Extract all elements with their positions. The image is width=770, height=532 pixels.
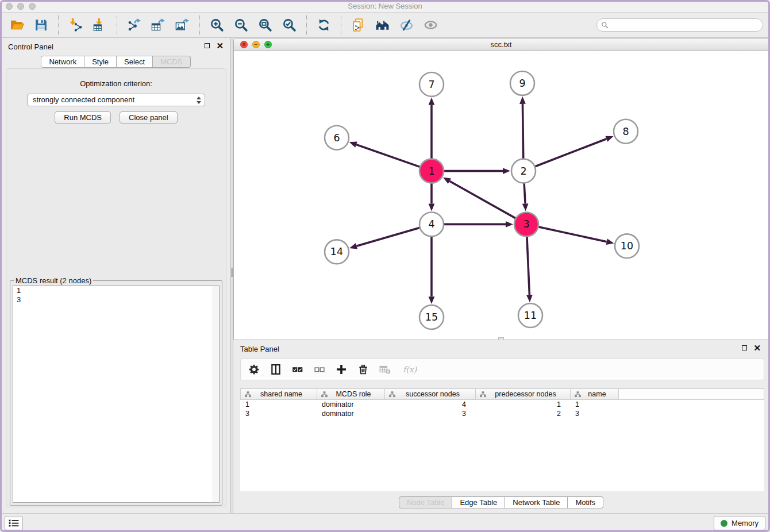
edge-arrowhead	[349, 142, 357, 148]
tab-mcds[interactable]: MCDS	[153, 56, 190, 68]
graph-node-7[interactable]: 7	[419, 72, 444, 97]
show-panel-button[interactable]	[423, 17, 438, 33]
column-header-name[interactable]: name	[571, 389, 619, 399]
delete-column-button[interactable]	[357, 363, 369, 376]
control-panel-close-icon[interactable]: ✕	[216, 43, 224, 49]
edge-2-3[interactable]	[524, 183, 525, 204]
tab-node-table[interactable]: Node Table	[399, 496, 453, 508]
task-history-button[interactable]	[5, 516, 23, 530]
result-scrollbar[interactable]	[213, 286, 219, 502]
network-window-titlebar[interactable]: × − + scc.txt	[234, 38, 768, 51]
graph-node-8[interactable]: 8	[614, 119, 638, 144]
table-panel-float-icon[interactable]	[742, 345, 747, 350]
add-column-button[interactable]	[335, 363, 348, 376]
splitter-grip[interactable]	[231, 268, 233, 277]
table-cell[interactable]: 4	[384, 400, 475, 409]
table-row[interactable]: 3dominator323	[240, 409, 764, 418]
table-cell[interactable]: 3	[384, 409, 475, 418]
export-image-button[interactable]	[175, 17, 190, 33]
network-canvas[interactable]: 7968124314101511	[234, 51, 768, 340]
hide-panel-button[interactable]	[399, 17, 414, 33]
save-session-button[interactable]	[33, 17, 49, 33]
zoom-selected-button[interactable]	[282, 17, 297, 33]
tab-select[interactable]: Select	[117, 56, 153, 68]
edge-2-8[interactable]	[535, 139, 607, 167]
table-cell[interactable]: dominator	[317, 409, 384, 418]
zoom-window-icon[interactable]	[29, 3, 36, 10]
column-panel-button[interactable]	[270, 363, 282, 376]
tab-network-table[interactable]: Network Table	[505, 496, 568, 508]
import-table-button[interactable]	[92, 17, 107, 33]
table-cell[interactable]: 1	[240, 400, 317, 409]
edge-arrowhead	[605, 136, 613, 142]
table-cell[interactable]: 2	[475, 409, 570, 418]
graph-node-6[interactable]: 6	[325, 126, 349, 150]
column-header-successor-nodes[interactable]: successor nodes	[385, 389, 476, 399]
graph-node-1[interactable]: 1	[419, 159, 444, 183]
select-all-columns-button[interactable]	[291, 363, 304, 376]
zoom-out-button[interactable]	[233, 17, 249, 33]
edge-arrowhead	[429, 296, 435, 304]
graph-node-11[interactable]: 11	[518, 303, 542, 327]
zoom-fit-button[interactable]	[257, 17, 273, 33]
search-input[interactable]	[609, 19, 763, 31]
graph-node-4[interactable]: 4	[419, 212, 444, 236]
refresh-button[interactable]	[316, 17, 332, 33]
edge-arrowhead	[506, 221, 513, 228]
network-minimize-icon[interactable]: −	[252, 41, 260, 48]
minimize-window-icon[interactable]	[17, 3, 24, 10]
column-header-shared-name[interactable]: shared name	[241, 389, 317, 399]
graph-node-2[interactable]: 2	[511, 159, 536, 183]
column-header-mcds-role[interactable]: MCDS role	[317, 389, 385, 399]
network-graph[interactable]: 7968124314101511	[234, 51, 768, 340]
column-header-label: predecessor nodes	[487, 390, 570, 398]
export-network-button[interactable]	[126, 17, 142, 33]
mcds-result-list[interactable]: 13	[13, 286, 220, 503]
control-panel-float-icon[interactable]	[205, 43, 210, 48]
toolbar-group	[0, 16, 58, 35]
clone-network-button[interactable]	[351, 17, 366, 33]
function-builder-button[interactable]: f(x)	[401, 363, 422, 376]
zoom-in-button[interactable]	[209, 17, 225, 33]
edge-2-9[interactable]	[522, 104, 523, 159]
home-button[interactable]	[375, 17, 390, 33]
import-network-button[interactable]	[68, 17, 83, 33]
table-panel-close-icon[interactable]: ✕	[753, 345, 761, 351]
graph-node-9[interactable]: 9	[510, 71, 534, 95]
edge-3-10[interactable]	[538, 227, 607, 242]
refresh-icon	[317, 18, 331, 32]
tab-network[interactable]: Network	[41, 56, 84, 68]
delete-table-button[interactable]	[379, 363, 391, 376]
edge-3-11[interactable]	[527, 236, 529, 295]
tab-motifs[interactable]: Motifs	[568, 496, 603, 508]
settings-button[interactable]	[248, 363, 260, 376]
graph-node-3[interactable]: 3	[514, 212, 538, 236]
table-cell[interactable]: 3	[240, 409, 317, 418]
export-table-button[interactable]	[151, 17, 166, 33]
run-mcds-button[interactable]: Run MCDS	[55, 111, 111, 124]
table-row[interactable]: 1dominator411	[240, 400, 764, 409]
tab-style[interactable]: Style	[84, 56, 117, 68]
table-cell[interactable]: dominator	[317, 400, 384, 409]
network-close-icon[interactable]: ×	[240, 41, 248, 48]
column-header-predecessor-nodes[interactable]: predecessor nodes	[476, 389, 571, 399]
graph-node-10[interactable]: 10	[615, 234, 639, 258]
optimization-criterion-select[interactable]: strongly connected component	[27, 94, 205, 106]
open-session-button[interactable]	[9, 17, 25, 33]
table-cell[interactable]: 1	[475, 400, 570, 409]
close-panel-button[interactable]: Close panel	[120, 111, 178, 124]
unselect-all-columns-button[interactable]	[313, 363, 326, 376]
close-window-icon[interactable]	[6, 3, 13, 10]
network-zoom-icon[interactable]: +	[264, 41, 272, 48]
edge-4-14[interactable]	[357, 228, 420, 246]
control-panel-tabs: NetworkStyleSelectMCDS	[1, 56, 230, 68]
graph-node-15[interactable]: 15	[419, 305, 444, 329]
memory-button[interactable]: Memory	[714, 516, 765, 530]
graph-node-14[interactable]: 14	[325, 240, 349, 264]
column-sort-icon	[321, 391, 328, 398]
tab-edge-table[interactable]: Edge Table	[452, 496, 505, 508]
table-cell[interactable]: 3	[570, 409, 618, 418]
edge-1-6[interactable]	[356, 145, 420, 167]
edge-3-1[interactable]	[449, 181, 515, 218]
table-cell[interactable]: 1	[570, 400, 618, 409]
